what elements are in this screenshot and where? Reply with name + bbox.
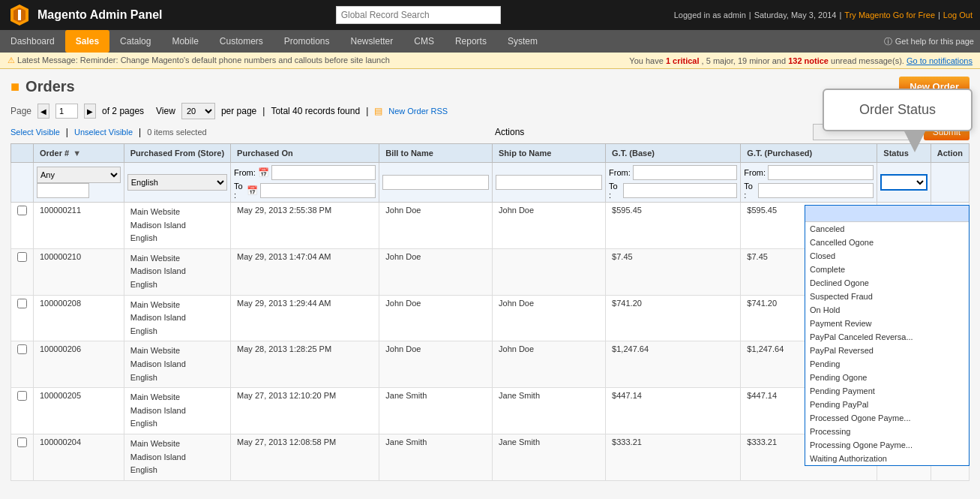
row-checkbox[interactable] (17, 391, 27, 401)
status-option-payment-review[interactable]: Payment Review (805, 317, 969, 330)
filter-gt-pur-from-input[interactable] (768, 165, 874, 180)
row-checkbox-cell (11, 203, 34, 249)
filter-store-select[interactable]: English All (127, 174, 227, 191)
filter-ship-to-input[interactable] (496, 175, 602, 190)
filter-gt-base-from-input[interactable] (633, 165, 738, 180)
goto-notifications-link[interactable]: Go to notifications (907, 56, 973, 65)
filter-order-num-input[interactable] (37, 183, 89, 198)
to-calendar-icon[interactable]: 📅 (247, 185, 258, 196)
col-store: Purchased From (Store) (124, 144, 230, 163)
help-label: Get help for this page (895, 37, 974, 46)
global-search-input[interactable] (336, 6, 501, 24)
row-ship-to: John Doe (493, 341, 606, 388)
status-option-declined-ogone[interactable]: Declined Ogone (805, 276, 969, 290)
gt-pur-to-label: To : (744, 182, 756, 200)
page-of-label: of 2 pages (102, 106, 144, 116)
to-date-input[interactable] (260, 183, 376, 198)
row-order-num: 100000205 (34, 388, 124, 434)
row-checkbox[interactable] (17, 252, 27, 262)
nav-dashboard[interactable]: Dashboard (0, 30, 65, 53)
order-status-popup: Order Status (823, 89, 973, 131)
notice-alerts: You have 1 critical , 5 major, 19 minor … (629, 56, 973, 65)
unselect-visible-link[interactable]: Unselect Visible (74, 128, 133, 137)
nav-cms[interactable]: CMS (403, 30, 445, 53)
from-calendar-icon[interactable]: 📅 (258, 167, 269, 178)
row-checkbox[interactable] (17, 437, 27, 447)
per-page-label: per page (221, 106, 256, 116)
status-option-paypal-canceled[interactable]: PayPal Canceled Reversa... (805, 330, 969, 344)
row-gt-base: $1,247.64 (606, 341, 741, 388)
nav-newsletter[interactable]: Newsletter (340, 30, 404, 53)
nav-mobile[interactable]: Mobile (161, 30, 208, 53)
filter-store-cell: English All (124, 163, 230, 203)
nav-promotions[interactable]: Promotions (274, 30, 340, 53)
status-option-complete[interactable]: Complete (805, 263, 969, 276)
svg-rect-2 (18, 10, 21, 20)
select-visible-link[interactable]: Select Visible (10, 128, 60, 137)
help-icon: ⓘ (884, 36, 892, 47)
to-label: To : (234, 182, 244, 200)
row-ship-to: John Doe (493, 295, 606, 341)
from-date-input[interactable] (271, 165, 376, 180)
header: Magento Admin Panel Logged in as admin |… (0, 0, 980, 30)
try-magento-link[interactable]: Try Magento Go for Free (844, 11, 935, 20)
status-option-pending[interactable]: Pending (805, 357, 969, 371)
gt-pur-from-label: From: (744, 168, 766, 177)
status-option-suspected-fraud[interactable]: Suspected Fraud (805, 290, 969, 303)
nav-customers[interactable]: Customers (209, 30, 274, 53)
notice-icon: ⚠ (7, 56, 15, 65)
status-option-canceled[interactable]: Canceled (805, 222, 969, 236)
divider1: | (262, 106, 265, 116)
status-option-processing[interactable]: Processing (805, 425, 969, 438)
status-option-pending-payment[interactable]: Pending Payment (805, 384, 969, 398)
row-bill-to: Jane Smith (379, 434, 493, 480)
status-option-paypal-reversed[interactable]: PayPal Reversed (805, 344, 969, 357)
status-option-closed[interactable]: Closed (805, 249, 969, 263)
page-prev-button[interactable]: ◀ (37, 104, 49, 119)
filter-bill-to-input[interactable] (382, 175, 489, 190)
status-option-processing-ogone[interactable]: Processing Ogone Payme... (805, 438, 969, 452)
row-purchased-on: May 28, 2013 1:28:25 PM (231, 341, 379, 388)
filter-any-select[interactable]: Any = (37, 167, 121, 183)
row-checkbox-cell (11, 248, 34, 295)
rss-icon: ▤ (374, 106, 382, 116)
status-dropdown-search[interactable] (805, 206, 969, 222)
row-checkbox[interactable] (17, 344, 27, 354)
row-store: Main WebsiteMadison IslandEnglish (124, 295, 230, 341)
filter-status-select[interactable] (880, 174, 927, 191)
magento-logo-icon (7, 3, 31, 27)
logout-link[interactable]: Log Out (943, 11, 973, 20)
view-count-select[interactable]: 20 50 100 (181, 103, 215, 119)
status-option-on-hold[interactable]: On Hold (805, 303, 969, 317)
filter-gt-pur-to-input[interactable] (758, 183, 874, 198)
row-checkbox-cell (11, 434, 34, 480)
orders-icon: ■ (10, 78, 19, 95)
nav-catalog[interactable]: Catalog (109, 30, 161, 53)
page-next-button[interactable]: ▶ (84, 104, 96, 119)
nav-reports[interactable]: Reports (445, 30, 497, 53)
status-option-pending-paypal[interactable]: Pending PayPal (805, 398, 969, 411)
status-option-processed-ogone[interactable]: Processed Ogone Payme... (805, 411, 969, 425)
status-option-cancelled-ogone[interactable]: Cancelled Ogone (805, 236, 969, 249)
nav-sales[interactable]: Sales (65, 30, 109, 53)
notice-text: Latest Message: Reminder: Change Magento… (17, 56, 390, 65)
nav-system[interactable]: System (497, 30, 548, 53)
row-gt-base: $333.21 (606, 434, 741, 480)
filter-bill-to-cell (379, 163, 493, 203)
row-purchased-on: May 29, 2013 1:47:04 AM (231, 248, 379, 295)
status-option-pending-ogone[interactable]: Pending Ogone (805, 371, 969, 384)
popup-arrow (904, 130, 926, 152)
row-store: Main WebsiteMadison IslandEnglish (124, 341, 230, 388)
col-order-num[interactable]: Order # ▼ (34, 144, 124, 163)
filter-gt-base-to-input[interactable] (623, 183, 738, 198)
new-order-rss-link[interactable]: New Order RSS (388, 107, 448, 116)
row-store: Main WebsiteMadison IslandEnglish (124, 434, 230, 480)
row-bill-to: John Doe (379, 248, 493, 295)
row-order-num: 100000211 (34, 203, 124, 249)
status-option-waiting[interactable]: Waiting Authorization (805, 452, 969, 465)
row-checkbox-cell (11, 295, 34, 341)
row-checkbox[interactable] (17, 206, 27, 215)
page-number-input[interactable] (55, 104, 78, 119)
col-gt-base: G.T. (Base) (606, 144, 741, 163)
row-checkbox[interactable] (17, 299, 27, 308)
